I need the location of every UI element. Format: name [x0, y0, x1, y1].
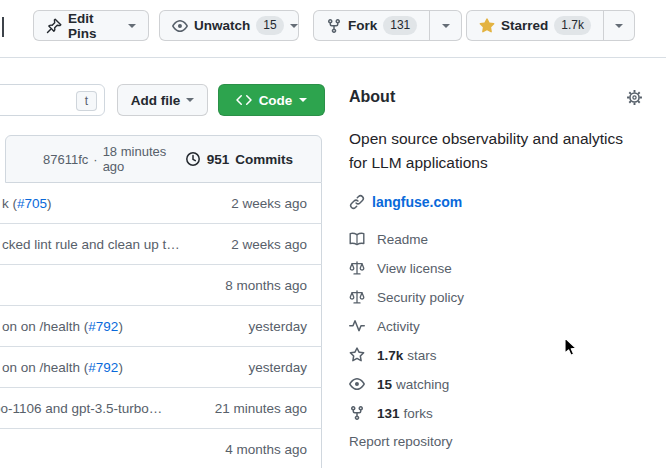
- unwatch-button[interactable]: Unwatch 15: [159, 10, 299, 41]
- code-label: Code: [259, 93, 293, 108]
- about-item-activity[interactable]: Activity: [349, 318, 420, 334]
- fork-button: Fork 131: [313, 10, 462, 41]
- dot-separator: ·: [93, 152, 97, 167]
- file-table-row: 8 months ago: [0, 265, 322, 306]
- latest-commit-bar: 87611fc · 18 minutes ago 951 Commits: [5, 135, 322, 183]
- pin-icon: [46, 18, 62, 34]
- about-item-license[interactable]: View license: [349, 260, 452, 276]
- issue-link[interactable]: #705: [17, 196, 47, 211]
- keyboard-shortcut-badge: t: [76, 91, 97, 111]
- repo-forked-icon: [326, 18, 342, 34]
- commit-date[interactable]: 8 months ago: [225, 278, 307, 293]
- commit-time: 18 minutes ago: [103, 144, 185, 174]
- add-file-button[interactable]: Add file: [117, 84, 208, 116]
- history-icon: [185, 151, 201, 167]
- add-file-label: Add file: [131, 93, 181, 108]
- law-icon: [349, 289, 365, 305]
- book-icon: [349, 231, 365, 247]
- eye-icon: [172, 18, 188, 34]
- star-main-button[interactable]: Starred 1.7k: [467, 11, 603, 40]
- chevron-down-icon: [128, 24, 136, 28]
- issue-link[interactable]: #792: [88, 319, 118, 334]
- about-item-readme[interactable]: Readme: [349, 231, 428, 247]
- cutoff-button-edge: [2, 17, 4, 37]
- commit-message[interactable]: k (#705): [2, 196, 52, 211]
- commit-date[interactable]: 2 weeks ago: [231, 237, 307, 252]
- law-icon: [349, 260, 365, 276]
- commit-date[interactable]: 2 weeks ago: [231, 196, 307, 211]
- file-table-row: on on /health (#792) yesterday: [0, 306, 322, 347]
- chevron-down-icon: [299, 98, 307, 102]
- pulse-icon: [349, 318, 365, 334]
- watch-count-badge: 15: [256, 16, 283, 35]
- website-url: langfuse.com: [372, 194, 462, 210]
- code-icon: [236, 92, 252, 108]
- go-to-file-input[interactable]: t: [0, 84, 105, 116]
- mouse-cursor: [564, 337, 580, 359]
- file-table-row: 4 months ago: [0, 429, 322, 468]
- edit-pins-button[interactable]: Edit Pins: [33, 10, 149, 41]
- about-title: About: [349, 88, 395, 106]
- commit-date[interactable]: 21 minutes ago: [215, 401, 307, 416]
- chevron-down-icon: [186, 98, 194, 102]
- commits-count-label: Commits: [235, 152, 293, 167]
- about-item-watching[interactable]: 15watching: [349, 376, 449, 392]
- commit-message[interactable]: on on /health (#792): [2, 360, 123, 375]
- star-button: Starred 1.7k: [466, 10, 635, 41]
- commit-date[interactable]: 4 months ago: [225, 442, 307, 457]
- commit-hash-link[interactable]: 87611fc: [43, 152, 88, 167]
- chevron-down-icon: [290, 24, 298, 28]
- commits-count-link[interactable]: 951 Commits: [185, 151, 293, 167]
- file-table-row: k (#705) 2 weeks ago: [0, 183, 322, 224]
- issue-link[interactable]: #792: [88, 360, 118, 375]
- commit-message[interactable]: cked lint rule and clean up t…: [2, 237, 180, 252]
- about-item-stars[interactable]: 1.7kstars: [349, 347, 437, 363]
- code-button[interactable]: Code: [218, 84, 325, 116]
- commit-message[interactable]: bo-1106 and gpt-3.5-turbo…: [0, 401, 162, 416]
- star-outline-icon: [349, 347, 365, 363]
- repo-forked-icon: [349, 405, 365, 421]
- about-item-forks[interactable]: 131forks: [349, 405, 433, 421]
- chevron-down-icon: [615, 24, 623, 28]
- gear-icon[interactable]: [626, 89, 643, 106]
- file-table-row: bo-1106 and gpt-3.5-turbo… 21 minutes ag…: [0, 388, 322, 429]
- eye-icon: [349, 376, 365, 392]
- commit-date[interactable]: yesterday: [248, 319, 307, 334]
- commit-date[interactable]: yesterday: [248, 360, 307, 375]
- link-icon: [349, 194, 365, 210]
- fork-dropdown-button[interactable]: [429, 11, 461, 40]
- fork-count-badge: 131: [383, 16, 417, 35]
- report-repository-link[interactable]: Report repository: [349, 434, 453, 449]
- star-filled-icon: [479, 18, 495, 34]
- star-count-badge: 1.7k: [554, 16, 591, 35]
- watch-label: Unwatch: [194, 18, 250, 33]
- website-link[interactable]: langfuse.com: [349, 194, 462, 210]
- file-table-row: cked lint rule and clean up t… 2 weeks a…: [0, 224, 322, 265]
- commit-message[interactable]: on on /health (#792): [2, 319, 123, 334]
- star-dropdown-button[interactable]: [603, 11, 634, 40]
- star-label: Starred: [501, 18, 548, 33]
- header-divider: [0, 57, 666, 58]
- about-item-security[interactable]: Security policy: [349, 289, 464, 305]
- fork-label: Fork: [348, 18, 377, 33]
- fork-main-button[interactable]: Fork 131: [314, 11, 429, 40]
- file-table-row: on on /health (#792) yesterday: [0, 347, 322, 388]
- commits-count: 951: [207, 152, 230, 167]
- edit-pins-label: Edit Pins: [68, 11, 122, 41]
- about-description: Open source observability and analytics …: [349, 127, 643, 175]
- chevron-down-icon: [442, 24, 450, 28]
